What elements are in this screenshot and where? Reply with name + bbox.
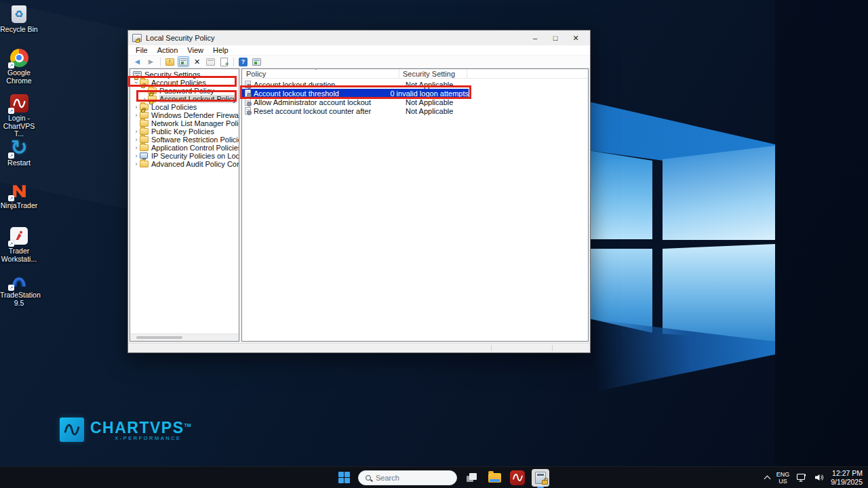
secpol-window-icon bbox=[132, 34, 142, 42]
tree-item-advanced-audit-policy[interactable]: › Advanced Audit Policy Configuration bbox=[130, 160, 239, 168]
desktop-icon-restart[interactable]: ↻↗ Restart bbox=[0, 138, 38, 167]
chartvps-app-button[interactable] bbox=[509, 469, 526, 487]
shortcut-arrow-icon: ↗ bbox=[8, 108, 14, 114]
file-explorer-button[interactable] bbox=[486, 469, 503, 487]
shortcut-arrow-icon: ↗ bbox=[8, 152, 14, 159]
help-button[interactable]: ? bbox=[237, 56, 249, 67]
desktop-icon-label: Restart bbox=[0, 159, 38, 167]
tree-item-label: Local Policies bbox=[151, 103, 197, 111]
chevron-collapsed-icon[interactable]: › bbox=[133, 104, 140, 110]
network-icon[interactable] bbox=[796, 472, 807, 483]
tree-item-label: Windows Defender Firewall with Adva bbox=[151, 111, 239, 119]
language-line2: US bbox=[778, 478, 787, 485]
show-console-tree-button[interactable] bbox=[178, 56, 189, 67]
locked-folder-icon bbox=[148, 96, 157, 103]
tree-item-password-policy[interactable]: › Password Policy bbox=[130, 87, 239, 95]
list-header: ˆ Policy Security Setting bbox=[242, 69, 588, 79]
toolbar: ◄ ► ✕ ? bbox=[128, 56, 590, 68]
chartvps-watermark: CHARTVPSTM X-PERFORMANCE bbox=[60, 418, 191, 442]
chevron-collapsed-icon[interactable]: › bbox=[133, 152, 140, 159]
folder-up-icon bbox=[165, 58, 174, 66]
forward-button[interactable]: ► bbox=[145, 56, 157, 67]
close-button[interactable]: ✕ bbox=[566, 31, 586, 45]
desktop-icon-recycle-bin[interactable]: ♻ Recycle Bin bbox=[0, 4, 38, 34]
chartvps-sine-icon bbox=[510, 470, 525, 485]
tree-item-network-list-manager[interactable]: Network List Manager Policies bbox=[130, 119, 239, 127]
shortcut-arrow-icon: ↗ bbox=[8, 195, 14, 201]
show-action-pane-button[interactable] bbox=[251, 56, 262, 67]
minimize-button[interactable]: – bbox=[525, 31, 545, 45]
tree-item-account-lockout-policy[interactable]: › Account Lockout Policy bbox=[130, 95, 239, 103]
tree-item-public-key-policies[interactable]: › Public Key Policies bbox=[130, 127, 239, 136]
tree-item-windows-defender-firewall[interactable]: › Windows Defender Firewall with Adva bbox=[130, 111, 239, 119]
taskbar-search[interactable] bbox=[358, 470, 457, 485]
chevron-collapsed-icon[interactable]: › bbox=[133, 112, 140, 119]
tree-item-security-settings[interactable]: Security Settings bbox=[130, 70, 239, 79]
tree-item-software-restriction[interactable]: › Software Restriction Policies bbox=[130, 136, 239, 144]
chevron-collapsed-icon[interactable]: › bbox=[141, 87, 148, 94]
toolbar-separator bbox=[233, 58, 234, 66]
policy-row-lockout-duration[interactable]: Account lockout duration Not Applicable bbox=[242, 80, 588, 89]
chevron-collapsed-icon[interactable]: › bbox=[133, 144, 140, 151]
locked-folder-icon bbox=[148, 87, 157, 95]
properties-button[interactable] bbox=[205, 56, 216, 67]
chevron-collapsed-icon[interactable]: › bbox=[133, 161, 140, 167]
console-tree-icon bbox=[179, 58, 188, 66]
menu-bar: File Action View Help bbox=[128, 45, 590, 56]
wallpaper-right-wall bbox=[775, 0, 868, 488]
folder-icon bbox=[140, 161, 149, 168]
delete-button[interactable]: ✕ bbox=[191, 56, 203, 67]
chevron-collapsed-icon[interactable]: › bbox=[133, 128, 140, 135]
folder-icon bbox=[140, 144, 149, 152]
start-button[interactable] bbox=[335, 469, 353, 487]
tree-item-ip-security-policies[interactable]: › IP Security Policies on Local Compute bbox=[130, 152, 239, 160]
column-header-policy[interactable]: Policy bbox=[242, 69, 399, 78]
taskbar-clock[interactable]: 12:27 PM 9/19/2025 bbox=[831, 469, 863, 486]
tree-item-account-policies[interactable]: › Account Policies bbox=[130, 79, 239, 87]
task-view-button[interactable] bbox=[462, 469, 480, 487]
tree-item-label: Software Restriction Policies bbox=[151, 136, 239, 144]
chevron-expanded-icon[interactable]: › bbox=[133, 79, 140, 86]
back-button[interactable]: ◄ bbox=[132, 56, 143, 67]
folder-icon bbox=[488, 473, 501, 483]
desktop-icon-label: Recycle Bin bbox=[0, 26, 38, 34]
local-security-policy-app-button[interactable] bbox=[532, 469, 549, 487]
policy-row-reset-counter[interactable]: Reset account lockout counter after Not … bbox=[242, 106, 588, 115]
tree-item-label: Network List Manager Policies bbox=[151, 119, 239, 127]
menu-file[interactable]: File bbox=[131, 46, 153, 54]
menu-action[interactable]: Action bbox=[153, 46, 183, 54]
menu-view[interactable]: View bbox=[182, 46, 208, 54]
clock-time: 12:27 PM bbox=[832, 469, 863, 477]
policy-row-lockout-threshold-selected[interactable]: Account lockout threshold 0 invalid logo… bbox=[242, 89, 469, 98]
volume-icon[interactable] bbox=[814, 472, 824, 483]
desktop-icon-google-chrome[interactable]: ↗ Google Chrome bbox=[0, 47, 38, 85]
menu-help[interactable]: Help bbox=[208, 46, 233, 54]
desktop-icon-login-chartvps[interactable]: ↗ Login - ChartVPS T... bbox=[0, 93, 38, 138]
title-bar[interactable]: Local Security Policy – □ ✕ bbox=[128, 30, 590, 45]
scrollbar-thumb[interactable] bbox=[136, 336, 182, 339]
policy-row-admin-account-lockout[interactable]: Allow Administrator account lockout Not … bbox=[242, 98, 588, 106]
shortcut-arrow-icon: ↗ bbox=[8, 241, 14, 247]
export-list-button[interactable] bbox=[218, 56, 230, 67]
chevron-collapsed-icon[interactable]: › bbox=[141, 96, 148, 102]
policy-name: Reset account lockout counter after bbox=[254, 107, 402, 115]
status-bar bbox=[128, 343, 590, 352]
clock-date: 9/19/2025 bbox=[831, 478, 863, 486]
desktop-icon-trader-workstation[interactable]: ↗ Trader Workstati... bbox=[0, 226, 38, 263]
hidden-icons-chevron[interactable] bbox=[764, 475, 770, 482]
tree-item-local-policies[interactable]: › Local Policies bbox=[130, 103, 239, 111]
policy-setting: 0 invalid logon attempts bbox=[387, 89, 469, 98]
sort-ascending-icon: ˆ bbox=[315, 68, 317, 74]
language-indicator[interactable]: ENG US bbox=[776, 471, 790, 485]
tree-item-application-control[interactable]: › Application Control Policies bbox=[130, 144, 239, 152]
search-input[interactable] bbox=[376, 474, 443, 482]
up-one-level-button[interactable] bbox=[164, 56, 176, 67]
horizontal-scrollbar[interactable] bbox=[130, 333, 239, 341]
folder-icon bbox=[140, 112, 149, 119]
secpol-taskbar-icon bbox=[535, 472, 546, 484]
desktop-icon-ninjatrader[interactable]: ↗ NinjaTrader bbox=[0, 180, 38, 210]
column-header-security-setting[interactable]: Security Setting bbox=[399, 69, 467, 78]
maximize-button[interactable]: □ bbox=[545, 31, 566, 45]
desktop-icon-tradestation[interactable]: ↗ TradeStation 9.5 bbox=[0, 270, 38, 307]
chevron-collapsed-icon[interactable]: › bbox=[133, 136, 140, 143]
